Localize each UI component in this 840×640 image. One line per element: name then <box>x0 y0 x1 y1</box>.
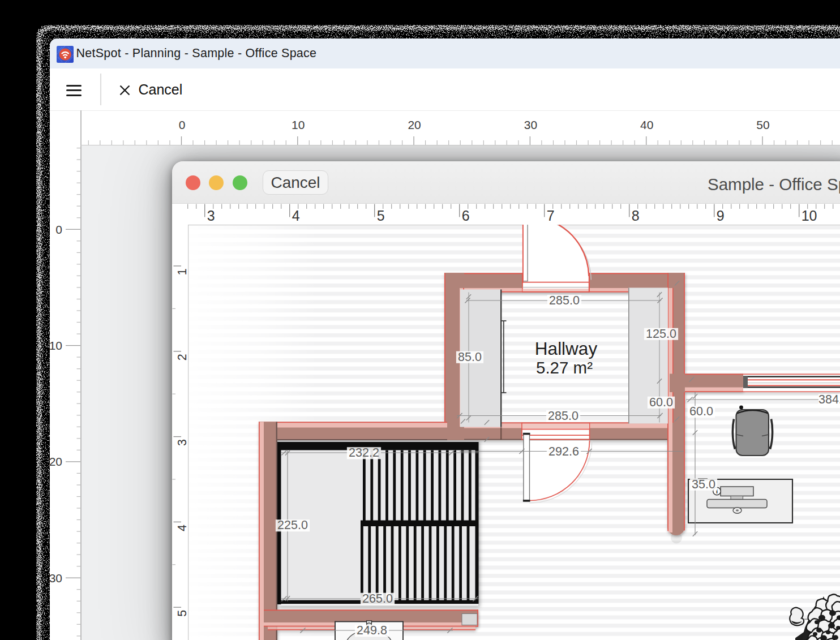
svg-text:35.0: 35.0 <box>692 477 715 491</box>
svg-text:249.8: 249.8 <box>357 624 387 637</box>
svg-text:40: 40 <box>640 118 653 131</box>
svg-text:10: 10 <box>802 208 817 224</box>
svg-text:10: 10 <box>292 118 305 131</box>
svg-text:8: 8 <box>632 208 640 224</box>
svg-text:6: 6 <box>462 208 470 224</box>
svg-text:20: 20 <box>50 455 62 468</box>
svg-text:10: 10 <box>50 339 62 352</box>
svg-text:5: 5 <box>175 609 188 616</box>
svg-text:4: 4 <box>292 208 300 224</box>
svg-text:30: 30 <box>50 572 62 585</box>
svg-text:3: 3 <box>207 208 215 224</box>
svg-text:0: 0 <box>179 118 186 131</box>
svg-text:60.0: 60.0 <box>649 395 673 409</box>
svg-text:292.6: 292.6 <box>548 444 579 458</box>
svg-text:30: 30 <box>524 118 537 131</box>
svg-text:5: 5 <box>377 208 385 224</box>
svg-text:9: 9 <box>717 208 725 224</box>
svg-text:232.2: 232.2 <box>349 446 379 459</box>
svg-text:0: 0 <box>55 223 62 236</box>
svg-text:4: 4 <box>175 524 188 531</box>
svg-text:3: 3 <box>175 439 188 446</box>
svg-text:125.0: 125.0 <box>646 327 676 340</box>
svg-text:285.0: 285.0 <box>549 294 580 307</box>
svg-text:50: 50 <box>756 118 769 131</box>
svg-text:60.0: 60.0 <box>689 405 713 418</box>
svg-text:1: 1 <box>175 268 188 275</box>
svg-text:85.0: 85.0 <box>458 350 482 363</box>
svg-text:285.0: 285.0 <box>548 409 578 422</box>
svg-text:265.0: 265.0 <box>362 591 393 605</box>
svg-text:5.27 m²: 5.27 m² <box>536 358 593 376</box>
svg-text:20: 20 <box>408 118 421 131</box>
svg-text:225.0: 225.0 <box>277 518 308 532</box>
svg-text:384.0: 384.0 <box>818 393 840 406</box>
svg-text:2: 2 <box>175 354 188 360</box>
svg-text:Hallway: Hallway <box>535 338 598 358</box>
svg-text:7: 7 <box>547 208 555 224</box>
